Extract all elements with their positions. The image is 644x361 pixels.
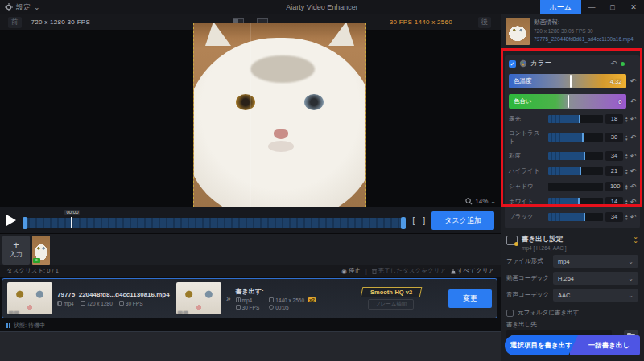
zoom-control[interactable]: 14% ⌄ — [465, 198, 496, 205]
reset-icon[interactable]: ↶ — [630, 97, 636, 105]
fps-item: 30 FPS — [119, 301, 143, 306]
clear-done-label: 完了したタスクをクリア — [378, 267, 446, 275]
play-button[interactable] — [6, 215, 16, 226]
video-frame[interactable] — [193, 23, 366, 207]
stepper[interactable]: ▴▾ — [625, 168, 628, 174]
stepper[interactable]: ▴▾ — [625, 116, 628, 122]
stepper[interactable]: ▴▾ — [625, 153, 628, 159]
timeline-track[interactable]: 00:00 — [23, 218, 406, 228]
clear-done-button[interactable]: 完了したタスクをクリア — [372, 267, 446, 275]
stepper[interactable]: ▴▾ — [625, 134, 628, 141]
select-value: mp4 — [558, 258, 570, 265]
thumb-time: 00:00 — [9, 310, 19, 315]
export-label: 書き出す: — [236, 287, 357, 296]
stepper[interactable]: ▴▾ — [625, 199, 628, 205]
stepper[interactable]: ▴▾ — [625, 214, 628, 220]
stepper[interactable]: ▴▾ — [625, 183, 628, 190]
playhead[interactable]: 00:00 — [71, 211, 72, 228]
slider-track[interactable] — [548, 198, 603, 206]
reset-icon[interactable]: ↶ — [630, 115, 636, 123]
slider-handle[interactable] — [580, 167, 581, 175]
slider-handle[interactable] — [584, 152, 585, 160]
select-dropdown[interactable]: mp4 ⌄ — [553, 255, 638, 268]
destination-label: 書き出し先 — [506, 321, 638, 329]
reset-icon[interactable]: ↶ — [630, 198, 636, 206]
reset-icon[interactable]: ↶ — [630, 77, 636, 85]
video-info-filename[interactable]: 79775_220448fd8d61_ad4cc1130a16.mp4 — [534, 35, 634, 43]
slider-track[interactable] — [548, 183, 603, 191]
input-label: 入力 — [10, 250, 23, 259]
reset-icon[interactable]: ↶ — [630, 133, 636, 142]
select-value: H.264 — [558, 275, 574, 282]
maximize-button[interactable]: □ — [602, 0, 623, 14]
minimize-button[interactable]: — — [581, 0, 602, 14]
select-value: AAC — [558, 292, 570, 299]
temperature-handle[interactable] — [570, 75, 572, 88]
stop-button[interactable]: ◉ 停止 — [341, 267, 361, 275]
slider-value: 21 — [605, 166, 623, 176]
add-task-button[interactable]: タスク追加 — [431, 211, 494, 230]
home-label: ホーム — [550, 2, 572, 13]
trim-end-handle[interactable] — [401, 217, 406, 229]
clear-all-button[interactable]: すべてクリア — [451, 267, 494, 275]
tint-handle[interactable] — [568, 95, 569, 108]
same-folder-checkbox[interactable] — [506, 310, 514, 317]
color-slider-row: ハイライト 21 ▴▾ ↶ — [509, 166, 636, 176]
source-info: 720 x 1280 30 FPS — [31, 18, 91, 26]
export-buttons: 選択項目を書き出す 一括書き出し — [505, 335, 640, 355]
slider-track[interactable] — [548, 167, 603, 175]
trim-start-handle[interactable] — [23, 217, 27, 229]
tint-slider[interactable]: 色合い 0 — [509, 94, 626, 109]
add-input-button[interactable]: + 入力 — [2, 236, 30, 265]
change-button[interactable]: 変更 — [448, 289, 492, 308]
export-selected-button[interactable]: 選択項目を書き出す — [505, 335, 578, 355]
collapse-icon[interactable]: — — [629, 59, 636, 68]
sidebar: 動画情報: 720 x 1280 30.05 FPS 30 79775_2204… — [501, 14, 644, 361]
reset-icon[interactable]: ↶ — [630, 167, 636, 175]
scrollbar[interactable] — [507, 48, 638, 51]
reset-icon[interactable]: ↶ — [630, 183, 636, 191]
expand-icon[interactable]: ⌄ ⌄ — [633, 235, 638, 243]
task-row[interactable]: 00:00 79775_220448fd8...d4cc1130a16.mp4 … — [2, 278, 497, 318]
slider-track[interactable] — [548, 152, 603, 160]
video-info-specs: 720 x 1280 30.05 FPS 30 — [534, 27, 634, 35]
export-select-row: 音声コーデック AAC ⌄ — [506, 289, 638, 302]
chevron-down-icon: ⌄ — [628, 258, 634, 265]
select-dropdown[interactable]: H.264 ⌄ — [553, 272, 638, 285]
slider-handle[interactable] — [582, 133, 584, 142]
playhead-line — [71, 217, 72, 228]
undo-icon[interactable]: ↶ — [610, 59, 617, 68]
gear-icon — [5, 3, 13, 11]
export-all-button[interactable]: 一括書き出し — [570, 335, 640, 355]
enabled-indicator — [621, 62, 625, 66]
slider-handle[interactable] — [584, 213, 585, 221]
reset-icon[interactable]: ↶ — [630, 213, 636, 221]
fps-icon — [119, 301, 124, 306]
enhanced-badge: E — [33, 258, 40, 263]
export-select-rows: ファイル形式 mp4 ⌄ 動画コーデック H.264 ⌄ 音声コーデック AAC… — [501, 255, 644, 302]
film-icon — [236, 297, 241, 302]
slider-track[interactable] — [548, 133, 603, 142]
resolution-icon — [80, 301, 85, 306]
mark-in-button[interactable]: [ — [412, 215, 415, 225]
tasklist-actions: ◉ 停止 | 完了したタスクをクリア すべてクリア — [341, 267, 494, 275]
input-thumbnail[interactable]: E — [32, 236, 50, 265]
same-folder-row: 元フォルダに書き出す — [506, 309, 638, 317]
color-enabled-checkbox[interactable]: ✓ — [509, 60, 516, 68]
same-folder-label: 元フォルダに書き出す — [518, 309, 579, 317]
select-dropdown[interactable]: AAC ⌄ — [553, 289, 638, 302]
settings-menu[interactable]: 設定 ⌄ — [0, 2, 45, 13]
temperature-slider[interactable]: 色温度 4.32 — [509, 74, 626, 88]
slider-value: -100 — [605, 182, 623, 191]
mark-out-button[interactable]: ] — [423, 215, 425, 225]
slider-handle[interactable] — [578, 198, 580, 206]
model-badge[interactable]: Smooth-HQ v2 — [360, 287, 422, 297]
home-button[interactable]: ホーム — [540, 0, 581, 14]
slider-track[interactable] — [548, 213, 603, 221]
slider-track[interactable] — [548, 115, 603, 123]
slider-value: 30 — [605, 133, 623, 142]
close-button[interactable]: ✕ — [623, 0, 644, 14]
select-label: 音声コーデック — [506, 291, 553, 299]
slider-handle[interactable] — [579, 115, 580, 123]
reset-icon[interactable]: ↶ — [630, 152, 636, 160]
